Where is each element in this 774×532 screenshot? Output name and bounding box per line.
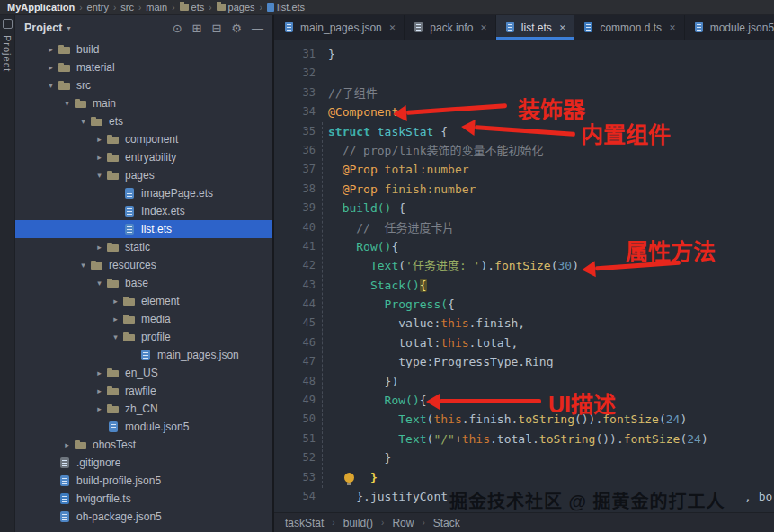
tree-item-entryability[interactable]: ▸entryability [15,148,272,166]
status-breadcrumb-stack[interactable]: Stack [433,517,460,529]
chevron-right-icon[interactable]: ▸ [93,153,106,162]
line-number[interactable]: 34 [274,102,328,121]
tree-item-static[interactable]: ▸static [15,238,272,256]
tree-item-main-pages-json[interactable]: main_pages.json [15,346,272,364]
line-number[interactable]: 50 [274,410,328,429]
line-number[interactable]: 45 [274,314,328,332]
line-number[interactable]: 52 [274,448,328,467]
tree-item-gitignore[interactable]: .gitignore [15,454,272,472]
line-number[interactable]: 32 [274,64,328,83]
breadcrumb-item-entry[interactable]: entry [87,2,109,13]
line-number[interactable]: 42 [274,256,328,275]
line-number[interactable]: 43 [274,276,328,295]
line-number[interactable]: 33 [274,84,328,102]
breadcrumb-item-ets[interactable]: ets [180,2,205,13]
breadcrumb-item-src[interactable]: src [120,2,134,13]
tree-item-ohostest[interactable]: ▸ohosTest [15,436,272,454]
tree-item-build[interactable]: ▸build [15,40,272,58]
line-number[interactable]: 53 [274,468,328,487]
code-line-43[interactable]: 43Stack(){ [274,276,774,295]
code-line-47[interactable]: 47type:ProgressType.Ring [274,352,774,371]
tab-pack-info[interactable]: pack.info✕ [405,15,496,40]
project-tool-window-icon[interactable] [3,19,13,29]
intention-bulb-icon[interactable] [344,473,354,483]
line-number[interactable]: 44 [274,295,328,314]
tree-item-pages[interactable]: ▾pages [15,166,272,184]
tree-item-index-ets[interactable]: Index.ets [15,202,272,220]
code-line-48[interactable]: 48}) [274,372,774,391]
code-line-38[interactable]: 38@Prop finish:number [274,180,774,199]
breadcrumb-item-myapplication[interactable]: MyApplication [7,2,75,13]
chevron-down-icon[interactable]: ▾ [44,81,58,90]
line-number[interactable]: 39 [274,199,328,217]
code-line-53[interactable]: 53} [274,468,774,487]
tree-item-oh-package-json5[interactable]: oh-package.json5 [15,508,272,526]
code-line-39[interactable]: 39build() { [274,199,774,217]
settings-gear-icon[interactable]: ⚙ [231,22,242,34]
chevron-right-icon[interactable]: ▸ [60,440,74,449]
line-number[interactable]: 46 [274,333,328,352]
tree-item-element[interactable]: ▸element [15,292,272,310]
tree-item-media[interactable]: ▸media [15,310,272,328]
status-breadcrumb-row[interactable]: Row [392,517,414,529]
chevron-right-icon[interactable]: ▸ [93,135,106,144]
tree-item-list-ets[interactable]: list.ets [15,220,272,238]
tree-item-imagepage-ets[interactable]: imagePage.ets [15,184,272,202]
code-line-37[interactable]: 37@Prop total:number [274,160,774,179]
tree-item-material[interactable]: ▸material [15,58,272,76]
status-breadcrumb-taskstat[interactable]: taskStat [285,517,324,529]
breadcrumb-item-main[interactable]: main [146,2,167,13]
chevron-down-icon[interactable]: ▾ [93,171,106,180]
close-icon[interactable]: ✕ [559,23,566,32]
project-view-selector[interactable]: Project ▾ [24,22,70,34]
tree-item-hvigorfile-ts[interactable]: hvigorfile.ts [15,490,272,508]
breadcrumb-item-pages[interactable]: pages [217,2,255,13]
line-number[interactable]: 41 [274,237,328,256]
tree-item-en-us[interactable]: ▸en_US [15,364,272,382]
locate-file-icon[interactable]: ⊙ [173,22,182,34]
chevron-right-icon[interactable]: ▸ [93,243,106,252]
close-icon[interactable]: ✕ [389,23,396,32]
code-line-45[interactable]: 45value:this.finish, [274,314,774,332]
line-number[interactable]: 48 [274,372,328,391]
code-line-44[interactable]: 44Progress({ [274,295,774,314]
tree-item-module-json5[interactable]: module.json5 [15,418,272,436]
tree-item-base[interactable]: ▾base [15,274,272,292]
chevron-right-icon[interactable]: ▸ [93,368,106,377]
tree-item-rawfile[interactable]: ▸rawfile [15,382,272,400]
project-strip-label[interactable]: Project [2,35,13,72]
chevron-down-icon[interactable]: ▾ [109,332,122,341]
chevron-down-icon[interactable]: ▾ [60,99,74,108]
tree-item-build-profile-json5[interactable]: build-profile.json5 [15,472,272,490]
tree-item-component[interactable]: ▸component [15,130,272,148]
chevron-right-icon[interactable]: ▸ [109,315,122,324]
line-number[interactable]: 37 [274,160,328,179]
status-breadcrumb-build[interactable]: build() [343,517,373,529]
line-number[interactable]: 47 [274,352,328,371]
line-number[interactable]: 49 [274,391,328,410]
breadcrumb-item-list-ets[interactable]: list.ets [267,2,305,13]
tree-item-main[interactable]: ▾main [15,94,272,112]
close-icon[interactable]: ✕ [669,23,676,32]
chevron-down-icon[interactable]: ▾ [76,117,90,126]
code-line-52[interactable]: 52} [274,448,774,467]
hide-panel-icon[interactable]: — [252,22,263,34]
chevron-right-icon[interactable]: ▸ [109,297,122,306]
chevron-right-icon[interactable]: ▸ [44,45,58,54]
chevron-down-icon[interactable]: ▾ [76,261,90,270]
line-number[interactable]: 40 [274,218,328,237]
tree-item-ets[interactable]: ▾ets [15,112,272,130]
collapse-all-icon[interactable]: ⊟ [211,22,221,34]
tree-item-resources[interactable]: ▾resources [15,256,272,274]
tree-item-src[interactable]: ▾src [15,76,272,94]
code-line-51[interactable]: 51Text("/"+this.total.toString()).fontSi… [274,430,774,448]
code-line-32[interactable]: 32 [274,64,774,83]
code-line-36[interactable]: 36// prop/link装饰的变量不能初始化 [274,141,774,160]
tab-common-d-ts[interactable]: common.d.ts✕ [574,15,684,40]
tree-item-zh-cn[interactable]: ▸zh_CN [15,400,272,418]
line-number[interactable]: 38 [274,180,328,199]
line-number[interactable]: 35 [274,122,328,141]
tab-list-ets[interactable]: list.ets✕ [496,15,575,40]
line-number[interactable]: 51 [274,430,328,448]
code-line-50[interactable]: 50Text(this.finish.toString()).fontSize(… [274,410,774,429]
